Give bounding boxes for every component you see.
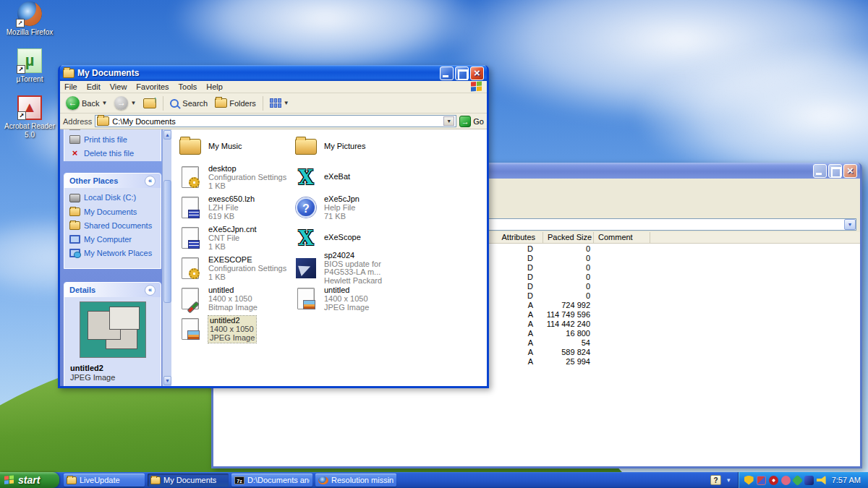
- file-tile[interactable]: exesc650.lzhLZH File619 KB: [179, 194, 293, 221]
- task-label: D:\Documents and Se...: [247, 476, 310, 484]
- column-header-comment[interactable]: Comment: [594, 232, 650, 243]
- taskbar-buttons: LiveUpdateMy Documents7zD:\Documents and…: [64, 474, 396, 487]
- gear-icon: [189, 268, 200, 279]
- menu-tools[interactable]: Tools: [179, 82, 197, 91]
- display-settings-icon[interactable]: [757, 476, 766, 485]
- folders-button[interactable]: Folders: [213, 97, 258, 109]
- scrollbar-thumb[interactable]: [163, 180, 171, 303]
- antivirus-shield-icon[interactable]: [769, 476, 778, 485]
- file-tile[interactable]: EXESCOPEConfiguration Settings1 KB: [179, 255, 293, 281]
- document-icon: [182, 197, 199, 218]
- menu-view[interactable]: View: [110, 82, 127, 91]
- views-button[interactable]: ▼: [268, 97, 292, 109]
- menu-edit[interactable]: Edit: [87, 82, 101, 91]
- menu-favorites[interactable]: Favorites: [136, 82, 169, 91]
- chevron-up-icon[interactable]: «: [145, 285, 156, 296]
- go-button[interactable]: → Go: [459, 116, 484, 127]
- file-tile[interactable]: XeXeScope: [294, 225, 409, 251]
- security-shield-icon[interactable]: [744, 476, 754, 485]
- back-button[interactable]: ← Back ▼: [64, 95, 109, 111]
- hidden-icons-chevron-icon[interactable]: ▾: [727, 476, 731, 484]
- back-label: Back: [82, 99, 99, 108]
- forward-arrow-icon: →: [114, 96, 128, 110]
- file-detail: Help File: [324, 204, 359, 212]
- other-places-header[interactable]: Other Places «: [64, 174, 161, 188]
- up-button[interactable]: [141, 97, 158, 110]
- sync-icon[interactable]: [791, 474, 803, 486]
- folder-file-icon: [294, 135, 318, 158]
- address-input[interactable]: C:\My Documents ▼: [95, 115, 456, 127]
- scroll-down-icon[interactable]: ▼: [163, 376, 171, 385]
- file-tile[interactable]: untitled1400 x 1050Bitmap Image: [179, 286, 293, 312]
- taskbar-button-liveupdate[interactable]: LiveUpdate: [64, 474, 145, 487]
- file-tile[interactable]: untitled1400 x 1050JPEG Image: [294, 286, 409, 312]
- taskbar-button-resolution-missing-in-[interactable]: Resolution missing in ...: [315, 474, 396, 487]
- menu-help[interactable]: Help: [206, 82, 223, 91]
- desktop-icon-utorrent[interactable]: µ µTorrent: [1, 48, 58, 84]
- start-button[interactable]: start: [0, 472, 59, 488]
- cell-packed-size: 16 800: [543, 329, 594, 338]
- file-label: untitled1400 x 1050Bitmap Image: [208, 286, 258, 312]
- file-tile[interactable]: sp24024BIOS update for P4G533-LA m...Hew…: [294, 255, 409, 281]
- close-button[interactable]: [843, 164, 857, 178]
- file-name: eXe5cJpn.cnt: [208, 226, 257, 234]
- desktop-icon-acrobat[interactable]: ▲ Acrobat Reader 5.0: [1, 95, 58, 140]
- close-button[interactable]: [470, 67, 484, 80]
- task-link-e-mail-this-file[interactable]: E-mail this file: [69, 129, 158, 130]
- place-link-my-documents[interactable]: My Documents: [69, 207, 158, 216]
- file-tile[interactable]: XeXeBat: [294, 164, 409, 190]
- explorer-titlebar[interactable]: My Documents: [60, 65, 487, 81]
- place-label: Local Disk (C:): [84, 193, 136, 202]
- chevron-down-icon[interactable]: ▼: [844, 219, 856, 230]
- address-dropdown-button[interactable]: ▼: [443, 116, 454, 126]
- desktop-icons: Mozilla Firefox µ µTorrent ▲ Acrobat Rea…: [1, 1, 58, 151]
- maximize-button[interactable]: [828, 164, 842, 178]
- messenger-icon[interactable]: [781, 476, 791, 485]
- network-icon: [69, 249, 80, 257]
- task-pane-scrollbar[interactable]: ▲ ▼: [162, 129, 171, 386]
- place-link-my-network-places[interactable]: My Network Places: [69, 249, 158, 257]
- language-indicator-icon[interactable]: ?: [710, 475, 721, 485]
- help-file-icon: ?: [296, 197, 316, 218]
- file-tile[interactable]: untitled21400 x 1050JPEG Image: [179, 316, 293, 342]
- taskbar-button-d-documents-and-se-[interactable]: 7zD:\Documents and Se...: [231, 474, 312, 487]
- cell-packed-size: 54: [543, 338, 594, 348]
- cell-packed-size: 114 749 596: [543, 310, 594, 320]
- file-tile[interactable]: My Music: [179, 134, 293, 160]
- minimize-button[interactable]: [440, 67, 454, 80]
- minimize-button[interactable]: [813, 164, 827, 178]
- task-label: Print this file: [84, 135, 127, 144]
- cell-packed-size: 0: [543, 254, 594, 263]
- volume-icon[interactable]: [817, 476, 826, 485]
- program-icon[interactable]: [804, 476, 814, 485]
- task-link-delete-this-file[interactable]: ×Delete this file: [69, 149, 158, 158]
- forward-button[interactable]: → ▼: [112, 95, 138, 111]
- help-file-icon: ?: [294, 196, 318, 219]
- file-detail: 1400 x 1050: [208, 295, 258, 303]
- windows-logo-icon: [471, 81, 482, 92]
- column-header-packed-size[interactable]: Packed Size: [543, 232, 594, 243]
- menu-file[interactable]: File: [64, 82, 77, 91]
- search-button[interactable]: Search: [168, 98, 210, 109]
- file-tile[interactable]: ?eXe5cJpnHelp File71 KB: [294, 194, 409, 221]
- folders-label: Folders: [229, 99, 256, 108]
- scroll-up-icon[interactable]: ▲: [163, 130, 171, 140]
- details-header[interactable]: Details «: [64, 283, 161, 297]
- file-tile[interactable]: eXe5cJpn.cntCNT File1 KB: [179, 225, 293, 251]
- task-link-print-this-file[interactable]: Print this file: [69, 135, 158, 144]
- exescope-x-icon: X: [299, 227, 314, 249]
- place-link-shared-documents[interactable]: Shared Documents: [69, 221, 158, 230]
- file-name: exesc650.lzh: [208, 195, 255, 203]
- file-name: untitled: [208, 286, 258, 294]
- taskbar-button-my-documents[interactable]: My Documents: [148, 474, 229, 487]
- maximize-button[interactable]: [455, 67, 469, 80]
- file-detail: 1400 x 1050: [324, 295, 369, 303]
- file-list: My MusicdesktopConfiguration Settings1 K…: [171, 129, 487, 386]
- chevron-up-icon[interactable]: «: [145, 176, 156, 187]
- file-tile[interactable]: My Pictures: [294, 134, 409, 160]
- file-tile[interactable]: desktopConfiguration Settings1 KB: [179, 164, 293, 190]
- place-link-my-computer[interactable]: My Computer: [69, 235, 158, 244]
- desktop-icon-firefox[interactable]: Mozilla Firefox: [1, 1, 58, 37]
- place-link-local-disk-c-[interactable]: Local Disk (C:): [69, 192, 158, 202]
- folder-icon: [179, 139, 201, 155]
